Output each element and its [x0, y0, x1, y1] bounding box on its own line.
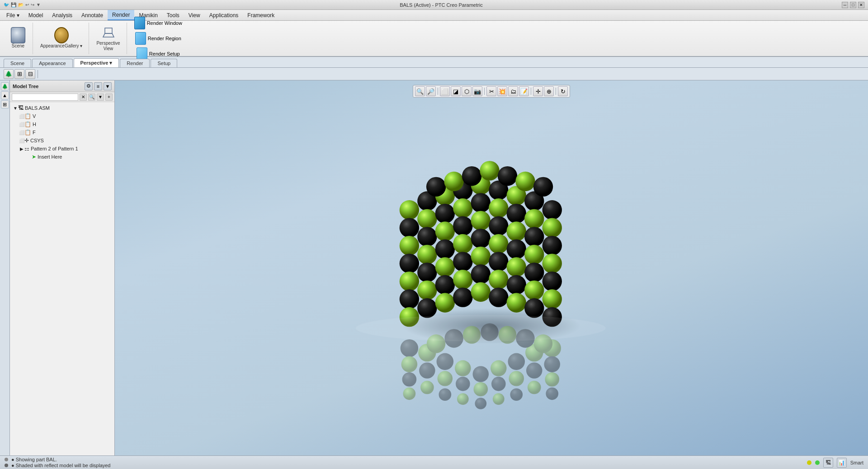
- quick-access-save[interactable]: 💾: [11, 2, 16, 7]
- tab-appearance[interactable]: Appearance: [32, 59, 72, 67]
- tab-render[interactable]: Render: [120, 59, 150, 67]
- tab-setup[interactable]: Setup: [151, 59, 177, 67]
- vp-layer[interactable]: 🗂: [508, 86, 518, 96]
- svg-point-55: [542, 218, 562, 237]
- expand-f: ⬜: [19, 130, 24, 135]
- menu-applications[interactable]: Applications: [205, 10, 243, 20]
- svg-point-24: [507, 221, 526, 241]
- iconbar-grid[interactable]: ⊟: [25, 69, 35, 79]
- tree-item-v[interactable]: ⬜ 📋 V: [10, 112, 114, 120]
- vp-section[interactable]: ✂: [486, 86, 496, 96]
- menu-file[interactable]: File ▾: [2, 10, 24, 20]
- lt-btn-select[interactable]: ▲: [1, 91, 9, 99]
- status-model-icon[interactable]: 🏗: [823, 458, 833, 468]
- expand-pattern[interactable]: ▶: [19, 146, 24, 151]
- ribbon-btn-render-window[interactable]: Render Window: [132, 16, 185, 30]
- vp-sep-4: [556, 88, 556, 95]
- svg-point-85: [474, 382, 488, 397]
- svg-point-32: [524, 245, 544, 264]
- vp-orient[interactable]: ◪: [451, 86, 461, 96]
- svg-point-17: [507, 204, 526, 223]
- win-minimize[interactable]: ─: [842, 2, 848, 8]
- model-tree-settings[interactable]: ⚙: [85, 82, 93, 90]
- svg-point-57: [542, 253, 562, 273]
- toolbar-tabs: Scene Appearance Perspective ▾ Render Se…: [0, 57, 868, 68]
- ribbon-btn-render-region[interactable]: Render Region: [132, 32, 184, 45]
- vp-zoom-out[interactable]: 🔎: [426, 86, 436, 96]
- svg-point-79: [491, 360, 507, 376]
- svg-point-68: [426, 177, 446, 197]
- expand-bals-asm[interactable]: ▼: [13, 106, 18, 111]
- menu-annotate[interactable]: Annotate: [77, 10, 108, 20]
- vp-fit-all[interactable]: ⬜: [440, 86, 450, 96]
- tab-perspective[interactable]: Perspective ▾: [74, 58, 119, 67]
- svg-point-73: [515, 172, 535, 191]
- status-smart-label: Smart: [850, 460, 863, 465]
- svg-point-94: [510, 388, 523, 401]
- tree-search-add[interactable]: +: [105, 94, 113, 101]
- lt-btn-filter[interactable]: ⊞: [1, 100, 9, 108]
- ribbon-btn-appearance-gallery[interactable]: AppearanceGallery ▾: [38, 26, 85, 51]
- menu-view[interactable]: View: [184, 10, 205, 20]
- menu-render[interactable]: Render: [108, 10, 134, 20]
- svg-point-23: [489, 216, 508, 236]
- tree-search-input[interactable]: [12, 94, 78, 101]
- render-window-icon: [134, 18, 145, 28]
- quick-access-open[interactable]: 📂: [18, 2, 24, 7]
- svg-point-40: [417, 281, 437, 300]
- menu-model[interactable]: Model: [24, 10, 48, 20]
- quick-access-undo[interactable]: ↩: [25, 2, 29, 7]
- win-maximize[interactable]: □: [850, 2, 856, 8]
- ribbon-btn-perspective-view[interactable]: PerspectiveView: [94, 23, 123, 53]
- perspective-icon: [101, 25, 116, 40]
- svg-point-33: [417, 263, 437, 282]
- menu-analysis[interactable]: Analysis: [47, 10, 77, 20]
- svg-point-91: [457, 393, 469, 405]
- svg-point-96: [401, 339, 418, 357]
- status-display-icon[interactable]: 📊: [837, 458, 847, 468]
- vp-sep-1: [438, 88, 438, 95]
- menu-framework[interactable]: Framework: [243, 10, 279, 20]
- vp-csys[interactable]: ⊕: [544, 86, 554, 96]
- vp-shaded[interactable]: 📷: [472, 86, 482, 96]
- win-close[interactable]: ✕: [858, 2, 864, 8]
- svg-point-46: [524, 281, 544, 300]
- quick-access-redo[interactable]: ↪: [31, 2, 34, 7]
- vp-wireframe[interactable]: ⬡: [462, 86, 472, 96]
- svg-point-49: [400, 236, 419, 255]
- status-line2: ● Shaded with reflect model will be disp…: [5, 463, 111, 468]
- model-tree-expand[interactable]: ▼: [104, 82, 112, 90]
- svg-point-54: [542, 200, 562, 220]
- tab-scene[interactable]: Scene: [4, 59, 31, 67]
- vp-spin[interactable]: ↻: [558, 86, 568, 96]
- tree-search-find[interactable]: 🔍: [88, 94, 95, 101]
- viewport[interactable]: 🔍 🔎 ⬜ ◪ ⬡ 📷 ✂ 💥 🗂 📝 ✛ ⊕ ↻: [115, 80, 868, 455]
- vp-explode[interactable]: 💥: [497, 86, 507, 96]
- tree-search-filter[interactable]: ▼: [97, 94, 104, 101]
- iconbar-tree-toggle[interactable]: 🌲: [4, 69, 14, 79]
- svg-point-22: [471, 211, 491, 230]
- tree-item-csys[interactable]: ⬜ ✛ CSYS: [10, 136, 114, 145]
- svg-point-87: [509, 371, 524, 386]
- model-tree-columns[interactable]: ≡: [94, 82, 102, 90]
- vp-datum[interactable]: ✛: [533, 86, 543, 96]
- window-title: BALS (Active) - PTC Creo Parametric: [41, 2, 842, 8]
- status-messages: ● Showing part BAL. ● Shaded with reflec…: [5, 457, 111, 468]
- lt-btn-tree[interactable]: 🌲: [1, 82, 9, 90]
- ribbon-btn-scene[interactable]: Scene: [7, 26, 29, 51]
- tree-item-f[interactable]: ⬜ 📋 F: [10, 128, 114, 136]
- vp-zoom-in[interactable]: 🔍: [415, 86, 425, 96]
- icon-bals-asm: 🏗: [18, 105, 24, 111]
- tree-item-h[interactable]: ⬜ 📋 H: [10, 120, 114, 128]
- tree-item-pattern[interactable]: ▶ ⚏ Pattern 2 of Pattern 1: [10, 145, 114, 153]
- tree-search-button[interactable]: ✕: [80, 94, 87, 101]
- tree-item-insert-here[interactable]: ➤ Insert Here: [10, 153, 114, 161]
- tree-item-bals-asm[interactable]: ▼ 🏗 BALS.ASM: [10, 104, 114, 112]
- svg-point-25: [524, 227, 544, 246]
- iconbar-filter[interactable]: ⊞: [14, 69, 24, 79]
- svg-line-3: [112, 33, 114, 37]
- vp-annotation[interactable]: 📝: [519, 86, 529, 96]
- status-line1: ● Showing part BAL.: [5, 457, 111, 462]
- quick-access-more[interactable]: ▼: [36, 2, 41, 7]
- svg-point-111: [356, 315, 606, 342]
